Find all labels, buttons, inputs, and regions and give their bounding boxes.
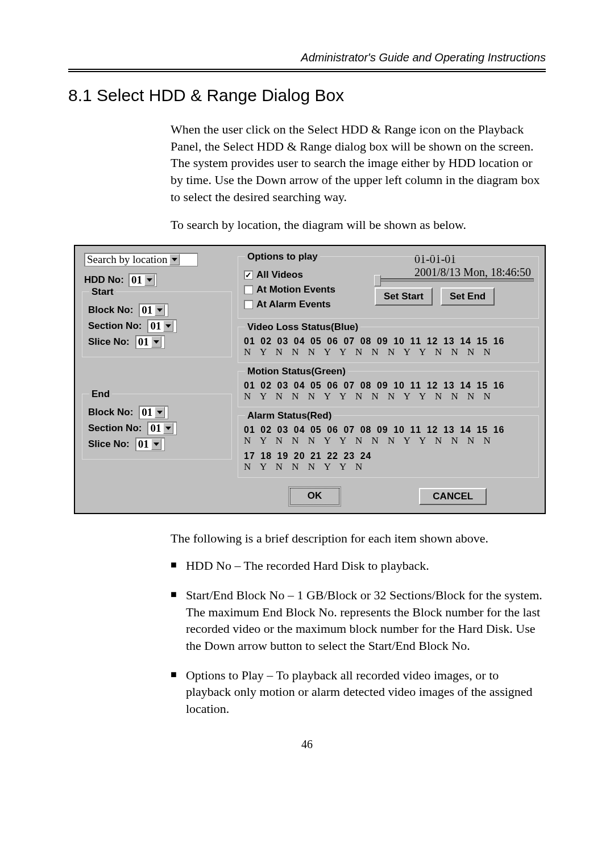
ok-button[interactable]: OK xyxy=(290,488,340,505)
square-bullet-icon: ■ xyxy=(171,557,177,574)
svg-marker-4 xyxy=(154,340,159,344)
chevron-down-icon[interactable] xyxy=(144,274,155,286)
set-start-button[interactable]: Set Start xyxy=(375,287,433,306)
start-section-select[interactable]: 01 xyxy=(147,319,177,333)
start-block-label: Block No: xyxy=(88,304,133,316)
start-slice-label: Slice No: xyxy=(88,336,130,348)
select-hdd-range-dialog: 01-01-01 2001/8/13 Mon, 18:46:50 Search … xyxy=(74,245,546,514)
start-block-select[interactable]: 01 xyxy=(139,303,168,317)
chevron-down-icon[interactable] xyxy=(163,423,173,434)
end-section-select[interactable]: 01 xyxy=(147,422,177,435)
end-slice-value: 01 xyxy=(138,438,149,450)
search-mode-value: Search by location xyxy=(87,253,167,266)
hdd-no-value: 01 xyxy=(131,274,142,286)
end-fieldset: End Block No: 01 Section No: xyxy=(82,394,232,460)
chevron-down-icon[interactable] xyxy=(155,304,165,316)
channel-numbers-1-16: 01 02 03 04 05 06 07 08 09 10 11 12 13 1… xyxy=(244,425,534,435)
svg-marker-1 xyxy=(147,278,152,282)
video-loss-flags: N Y N N N Y Y N N N Y Y N N N N xyxy=(244,347,534,358)
start-slice-select[interactable]: 01 xyxy=(135,335,165,349)
summary-paragraph: The following is a brief description for… xyxy=(171,531,546,546)
hdd-no-label: HDD No: xyxy=(84,274,124,286)
all-videos-label: All Videos xyxy=(256,269,303,281)
start-block-value: 01 xyxy=(142,304,152,316)
header-rule-2 xyxy=(68,71,546,72)
bullet-text-3: Options to Play – To playback all record… xyxy=(186,667,546,717)
end-section-value: 01 xyxy=(150,422,161,435)
motion-status-fieldset: Motion Status(Green) 01 02 03 04 05 06 0… xyxy=(238,371,539,407)
end-legend: End xyxy=(89,389,112,400)
start-legend: Start xyxy=(89,286,116,298)
chevron-down-icon[interactable] xyxy=(169,254,180,265)
header-rule xyxy=(68,69,546,70)
options-legend: Options to play xyxy=(245,251,320,262)
start-slice-value: 01 xyxy=(138,336,149,348)
end-slice-select[interactable]: 01 xyxy=(135,437,165,451)
list-item: ■ Start/End Block No – 1 GB/Block or 32 … xyxy=(171,587,546,654)
search-mode-select[interactable]: Search by location xyxy=(84,253,198,266)
alarm-legend: Alarm Status(Red) xyxy=(245,410,334,422)
end-slice-label: Slice No: xyxy=(88,439,130,450)
options-to-play-fieldset: Options to play ✓ All Videos At Motion E… xyxy=(238,256,539,319)
hdd-no-select[interactable]: 01 xyxy=(128,273,157,287)
bullet-text-1: HDD No – The recorded Hard Disk to playb… xyxy=(186,557,546,574)
chevron-down-icon[interactable] xyxy=(155,407,165,418)
end-block-label: Block No: xyxy=(88,407,133,418)
chevron-down-icon[interactable] xyxy=(151,439,161,450)
channel-numbers-1-16: 01 02 03 04 05 06 07 08 09 10 11 12 13 1… xyxy=(244,336,534,347)
channel-numbers-1-16: 01 02 03 04 05 06 07 08 09 10 11 12 13 1… xyxy=(244,381,534,391)
alarm-flags-row2: N Y N N N Y Y N xyxy=(244,461,534,473)
slider-thumb-icon[interactable] xyxy=(374,275,381,286)
bullet-text-2: Start/End Block No – 1 GB/Block or 32 Se… xyxy=(186,587,546,654)
alarm-events-checkbox[interactable] xyxy=(244,300,253,309)
start-fieldset: Start Block No: 01 Section No: xyxy=(82,291,232,357)
motion-events-checkbox[interactable] xyxy=(244,285,253,294)
motion-legend: Motion Status(Green) xyxy=(245,366,348,377)
motion-events-label: At Motion Events xyxy=(256,284,335,295)
svg-marker-5 xyxy=(157,411,163,414)
alarm-events-label: At Alarm Events xyxy=(256,299,331,310)
svg-marker-0 xyxy=(172,258,177,261)
square-bullet-icon: ■ xyxy=(171,667,177,717)
chevron-down-icon[interactable] xyxy=(163,320,173,332)
set-end-button[interactable]: Set End xyxy=(441,287,495,306)
alarm-flags-row1: N Y N N N Y Y N N N Y Y N N N N xyxy=(244,435,534,446)
cancel-button[interactable]: CANCEL xyxy=(419,488,487,505)
page-number: 46 xyxy=(68,738,546,751)
start-section-value: 01 xyxy=(150,320,161,332)
motion-flags: N Y N N N Y Y N N N Y Y N N N N xyxy=(244,391,534,402)
alarm-status-fieldset: Alarm Status(Red) 01 02 03 04 05 06 07 0… xyxy=(238,415,539,478)
svg-marker-2 xyxy=(157,308,163,312)
svg-marker-7 xyxy=(154,443,159,446)
end-section-label: Section No: xyxy=(88,423,142,434)
all-videos-checkbox[interactable]: ✓ xyxy=(244,270,253,279)
end-block-select[interactable]: 01 xyxy=(139,406,168,419)
intro-paragraph-2: To search by location, the diagram will … xyxy=(171,216,546,233)
running-header: Administrator's Guide and Operating Inst… xyxy=(68,51,546,64)
video-loss-legend: Video Loss Status(Blue) xyxy=(245,322,360,333)
video-loss-status-fieldset: Video Loss Status(Blue) 01 02 03 04 05 0… xyxy=(238,327,539,363)
list-item: ■ Options to Play – To playback all reco… xyxy=(171,667,546,717)
square-bullet-icon: ■ xyxy=(171,587,177,654)
start-section-label: Section No: xyxy=(88,320,142,332)
time-slider[interactable] xyxy=(375,278,534,282)
end-block-value: 01 xyxy=(142,406,152,419)
channel-numbers-17-24: 17 18 19 20 21 22 23 24 xyxy=(244,451,534,461)
intro-paragraph-1: When the user click on the Select HDD & … xyxy=(171,121,546,205)
svg-marker-3 xyxy=(165,324,171,328)
list-item: ■ HDD No – The recorded Hard Disk to pla… xyxy=(171,557,546,574)
svg-marker-6 xyxy=(165,427,171,430)
section-title: 8.1 Select HDD & Range Dialog Box xyxy=(68,86,546,105)
chevron-down-icon[interactable] xyxy=(151,336,161,348)
